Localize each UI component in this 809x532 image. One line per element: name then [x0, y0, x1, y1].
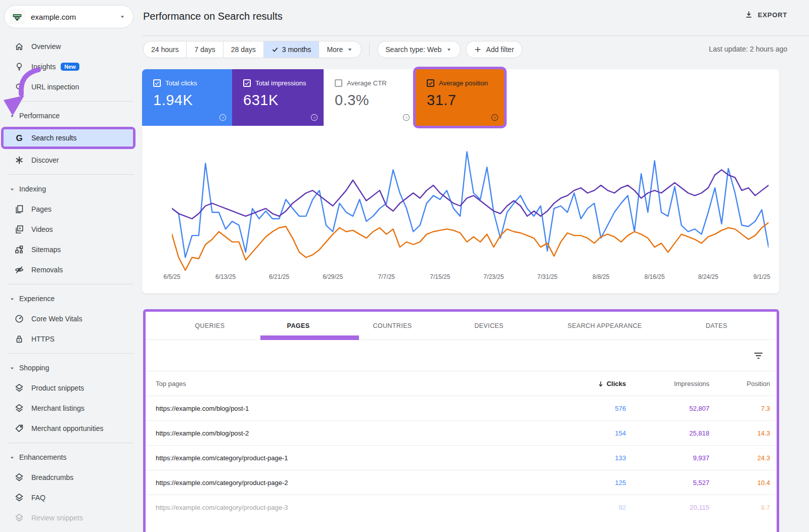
clicks-value: 133 — [615, 446, 626, 470]
sidebar-item-label: Insights — [31, 63, 56, 71]
table-row[interactable]: https://example.com/category/product-pag… — [146, 495, 777, 520]
sidebar-item-faq[interactable]: FAQ — [0, 488, 142, 508]
date-chip-label: 24 hours — [151, 45, 178, 54]
main-content: Performance on Search results EXPORT 24 … — [142, 0, 809, 532]
table-row[interactable]: https://example.com/blog/post-157652,807… — [146, 396, 777, 421]
sidebar-section-label: Performance — [19, 112, 60, 120]
sidebar-item-videos[interactable]: Videos — [0, 219, 142, 239]
date-chip-label: 3 months — [282, 45, 311, 54]
help-icon[interactable]: ? — [490, 113, 499, 122]
google-g-icon: G — [14, 133, 24, 143]
sidebar-item-core-web-vitals[interactable]: Core Web Vitals — [0, 309, 142, 329]
help-icon[interactable]: ? — [310, 113, 319, 122]
chevron-down-icon — [346, 46, 353, 53]
x-axis-label: 8/8/25 — [593, 273, 609, 280]
metric-value: 31.7 — [427, 92, 504, 109]
last-update-text: Last update: 2 hours ago — [709, 45, 787, 53]
sidebar-item-search-results[interactable]: GSearch results — [4, 129, 133, 147]
page-url[interactable]: https://example.com/blog/post-1 — [156, 396, 249, 421]
layers-icon — [14, 513, 24, 523]
sidebar-divider — [8, 353, 133, 354]
metric-card-average-ctr[interactable]: Average CTR0.3%? — [324, 69, 416, 126]
chevron-down-icon — [9, 186, 15, 192]
date-chip-28-days[interactable]: 28 days — [223, 41, 263, 58]
table-row[interactable]: https://example.com/category/product-pag… — [146, 446, 777, 470]
help-icon[interactable]: ? — [218, 113, 227, 122]
help-icon[interactable]: ? — [402, 113, 411, 122]
sidebar-item-pages[interactable]: Pages — [0, 199, 142, 219]
metric-card-average-position[interactable]: Average position31.7? — [416, 69, 504, 126]
sidebar-section-label: Shopping — [19, 364, 49, 372]
tab-search-appearance[interactable]: SEARCH APPEARANCE — [567, 312, 642, 340]
tab-devices[interactable]: DEVICES — [474, 312, 504, 340]
sidebar-item-breadcrumbs[interactable]: Breadcrumbs — [0, 467, 142, 488]
svg-text:?: ? — [221, 116, 224, 120]
sidebar-item-insights[interactable]: InsightsNew — [0, 57, 142, 77]
sidebar-section-shopping[interactable]: Shopping — [0, 358, 142, 378]
page-url[interactable]: https://example.com/blog/post-2 — [156, 421, 249, 446]
sidebar-divider — [8, 443, 133, 443]
metric-card-total-clicks[interactable]: Total clicks1.94K? — [142, 69, 232, 126]
sidebar: example.com OverviewInsightsNewURL inspe… — [0, 0, 142, 532]
gauge-icon — [14, 314, 24, 324]
date-chip-7-days[interactable]: 7 days — [186, 41, 222, 58]
search-type-dropdown[interactable]: Search type: Web — [377, 41, 461, 58]
checkbox-checked-icon[interactable] — [427, 79, 434, 87]
property-selector[interactable]: example.com — [4, 5, 133, 28]
tab-queries[interactable]: QUERIES — [195, 312, 224, 340]
sidebar-item-review-snippets[interactable]: Review snippets — [0, 508, 142, 528]
x-axis-label: 7/15/25 — [430, 273, 450, 280]
x-axis-label: 8/24/25 — [698, 273, 718, 280]
checkbox-checked-icon[interactable] — [243, 79, 251, 87]
date-chip-24-hours[interactable]: 24 hours — [144, 41, 186, 58]
toolbar-divider — [369, 43, 370, 56]
tab-countries[interactable]: COUNTRIES — [373, 312, 412, 340]
sidebar-section-enhancements[interactable]: Enhancements — [0, 447, 142, 467]
sidebar-item-label: Product snippets — [31, 384, 84, 392]
home-icon — [14, 41, 24, 52]
sidebar-section-experience[interactable]: Experience — [0, 288, 142, 309]
checkbox-checked-icon[interactable] — [153, 79, 161, 87]
sidebar-item-merchant-listings[interactable]: Merchant listings — [0, 398, 142, 418]
sidebar-section-performance[interactable]: Performance — [0, 106, 142, 126]
lock-icon — [14, 334, 24, 344]
sidebar-item-removals[interactable]: Removals — [0, 260, 142, 280]
impressions-value: 52,807 — [689, 396, 709, 421]
column-header-clicks[interactable]: Clicks — [597, 371, 626, 396]
metric-card-total-impressions[interactable]: Total impressions631K? — [232, 69, 324, 126]
sidebar-item-https[interactable]: HTTPS — [0, 329, 142, 349]
date-chip-3-months[interactable]: 3 months — [263, 41, 319, 58]
date-chip-more[interactable]: More — [319, 41, 361, 58]
performance-line-chart[interactable] — [172, 139, 769, 275]
page-url[interactable]: https://example.com/category/product-pag… — [156, 495, 288, 520]
sidebar-item-overview[interactable]: Overview — [0, 36, 142, 57]
sidebar-section-label: Experience — [19, 295, 55, 303]
sidebar-item-discover[interactable]: Discover — [0, 150, 142, 170]
page-url[interactable]: https://example.com/category/product-pag… — [156, 470, 288, 495]
page-url[interactable]: https://example.com/category/product-pag… — [156, 446, 288, 470]
table-row[interactable]: https://example.com/category/product-pag… — [146, 470, 777, 495]
plus-icon — [474, 45, 482, 54]
dimension-tabs: QUERIESPAGESCOUNTRIESDEVICESSEARCH APPEA… — [146, 312, 777, 340]
tab-dates[interactable]: DATES — [706, 312, 728, 340]
metric-value: 1.94K — [153, 92, 232, 109]
sidebar-divider — [8, 284, 133, 284]
table-row[interactable]: https://example.com/blog/post-215425,818… — [146, 421, 777, 446]
chart-card: Total clicks1.94K?Total impressions631K?… — [142, 69, 779, 294]
sidebar-nav: OverviewInsightsNewURL inspectionPerform… — [0, 36, 142, 528]
sidebar-item-merchant-opportunities[interactable]: Merchant opportunities — [0, 418, 142, 439]
export-button[interactable]: EXPORT — [744, 10, 787, 19]
position-value: 10.4 — [757, 470, 770, 495]
filter-list-icon[interactable] — [753, 351, 763, 361]
add-filter-button[interactable]: Add filter — [466, 41, 522, 58]
column-header-top-pages[interactable]: Top pages — [156, 371, 186, 396]
sidebar-section-indexing[interactable]: Indexing — [0, 179, 142, 199]
sidebar-item-url-inspection[interactable]: URL inspection — [0, 77, 142, 97]
column-header-impressions[interactable]: Impressions — [674, 371, 709, 396]
sidebar-item-product-snippets[interactable]: Product snippets — [0, 378, 142, 398]
sidebar-section-label: Indexing — [19, 185, 46, 193]
column-header-position[interactable]: Position — [747, 371, 770, 396]
checkbox-unchecked-icon[interactable] — [335, 79, 342, 87]
pages-table-card: QUERIESPAGESCOUNTRIESDEVICESSEARCH APPEA… — [143, 309, 779, 532]
sidebar-item-sitemaps[interactable]: Sitemaps — [0, 239, 142, 260]
